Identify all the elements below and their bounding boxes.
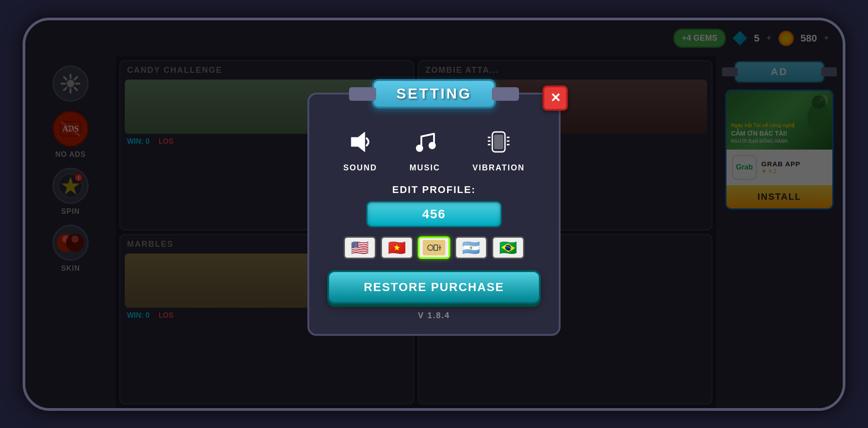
flag-game[interactable]	[418, 236, 450, 259]
flag-vn[interactable]: 🇻🇳	[381, 236, 413, 259]
game-background: +4 GEMS 5 + 580 +	[25, 20, 843, 408]
vibration-icon	[483, 126, 514, 158]
music-label: MUSIC	[410, 163, 440, 173]
restore-purchase-button[interactable]: RESTORE PURCHASE	[327, 270, 541, 304]
edit-profile-label: EDIT PROFILE:	[327, 184, 541, 196]
vibration-control[interactable]: VIBRATION	[472, 126, 525, 173]
svg-point-23	[416, 145, 423, 152]
vibration-label: VIBRATION	[472, 163, 525, 173]
setting-modal: SETTING ✕ SOUND	[307, 93, 561, 336]
close-button[interactable]: ✕	[542, 85, 568, 111]
svg-rect-26	[494, 135, 503, 149]
phone-frame: +4 GEMS 5 + 580 +	[23, 18, 845, 411]
music-icon	[409, 126, 441, 158]
version-text: V 1.8.4	[327, 311, 541, 320]
setting-title-bg: SETTING	[372, 79, 496, 108]
controls-row: SOUND MUSIC	[327, 126, 541, 173]
profile-name-input[interactable]	[366, 201, 502, 227]
flag-row: 🇺🇸 🇻🇳 🇦🇷 🇧🇷	[327, 236, 541, 259]
svg-marker-22	[351, 132, 365, 152]
close-icon: ✕	[550, 92, 561, 104]
sound-control[interactable]: SOUND	[343, 126, 377, 173]
sound-icon	[344, 126, 376, 158]
flag-ar[interactable]: 🇦🇷	[455, 236, 487, 259]
setting-title-bar: SETTING	[348, 78, 520, 110]
setting-title-text: SETTING	[396, 85, 472, 102]
music-control[interactable]: MUSIC	[409, 126, 441, 173]
flag-us[interactable]: 🇺🇸	[344, 236, 376, 259]
sound-label: SOUND	[343, 163, 377, 173]
edit-profile-section: EDIT PROFILE:	[327, 184, 541, 227]
flag-br[interactable]: 🇧🇷	[492, 236, 524, 259]
svg-point-24	[429, 142, 436, 149]
